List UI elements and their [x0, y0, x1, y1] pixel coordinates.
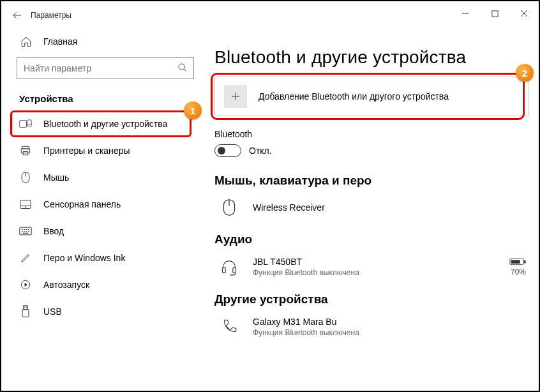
arrow-left-icon: [11, 10, 23, 21]
group-other-heading: Другие устройства: [214, 292, 529, 306]
sidebar-item-bluetooth[interactable]: 1 Bluetooth и другие устройства: [5, 110, 206, 137]
add-device-label: Добавление Bluetooth или другого устройс…: [259, 91, 449, 102]
sidebar-item-label: Принтеры и сканеры: [43, 146, 130, 156]
sidebar-item-label: USB: [43, 306, 62, 317]
device-row[interactable]: Galaxy M31 Mara Bu Функция Bluetooth вык…: [214, 313, 529, 337]
search-wrap: [17, 57, 194, 79]
sidebar-home[interactable]: Главная: [5, 29, 206, 54]
page-title: Bluetooth и другие устройства: [214, 29, 529, 77]
svg-rect-9: [20, 227, 31, 235]
sidebar-nav: 1 Bluetooth и другие устройства Принтеры…: [5, 110, 206, 325]
svg-rect-2: [20, 121, 27, 128]
group-mouse-heading: Мышь, клавиатура и перо: [214, 174, 529, 188]
sidebar-item-label: Перо и Windows Ink: [43, 253, 125, 263]
phone-icon: [221, 319, 237, 335]
device-battery: 70%: [509, 257, 526, 276]
window-title: Параметры: [31, 11, 71, 20]
bluetooth-heading: Bluetooth: [214, 129, 529, 139]
sidebar-section-title: Устройства: [5, 88, 206, 110]
sidebar-item-touchpad[interactable]: Сенсорная панель: [5, 191, 206, 218]
back-button[interactable]: [6, 4, 28, 26]
sidebar-item-pen[interactable]: Перо и Windows Ink: [5, 245, 206, 271]
close-button[interactable]: [509, 1, 539, 26]
sidebar-item-label: Мышь: [43, 172, 69, 183]
sidebar-item-label: Сенсорная панель: [43, 199, 121, 209]
annotation-badge-2: 2: [516, 64, 534, 82]
minimize-button[interactable]: [451, 1, 480, 26]
devices-icon: [19, 119, 32, 129]
sidebar-item-usb[interactable]: USB: [5, 298, 206, 325]
device-status: Функция Bluetooth выключена: [253, 328, 359, 337]
bluetooth-toggle[interactable]: [214, 144, 241, 157]
sidebar-home-label: Главная: [43, 36, 77, 47]
keyboard-icon: [19, 227, 32, 236]
svg-rect-0: [491, 10, 497, 16]
svg-point-1: [179, 64, 184, 70]
battery-icon: [509, 257, 526, 266]
usb-icon: [21, 305, 30, 318]
svg-rect-17: [524, 260, 525, 263]
maximize-button[interactable]: [480, 1, 509, 26]
device-name: Galaxy M31 Mara Bu: [253, 317, 359, 327]
device-status: Функция Bluetooth выключена: [253, 268, 359, 277]
touchpad-icon: [20, 199, 31, 209]
svg-rect-18: [511, 260, 520, 264]
device-row[interactable]: JBL T450BT Функция Bluetooth выключена 7…: [214, 253, 529, 287]
bluetooth-block: Bluetooth Откл.: [214, 129, 529, 157]
main-content: Bluetooth и другие устройства 2 Добавлен…: [206, 29, 539, 391]
plus-icon: [224, 85, 247, 108]
bluetooth-state: Откл.: [249, 146, 272, 156]
settings-window: Параметры Главная Устройства 1 Blueto: [0, 0, 540, 392]
add-device-card-wrap: 2 Добавление Bluetooth или другого устро…: [214, 77, 529, 116]
svg-rect-3: [27, 120, 31, 126]
printer-icon: [20, 145, 31, 156]
add-device-button[interactable]: Добавление Bluetooth или другого устройс…: [214, 77, 529, 116]
home-icon: [20, 36, 32, 47]
svg-rect-4: [22, 146, 29, 149]
group-audio-heading: Аудио: [214, 232, 529, 246]
sidebar: Главная Устройства 1 Bluetooth и другие …: [1, 29, 206, 391]
autoplay-icon: [20, 279, 31, 290]
sidebar-item-label: Ввод: [43, 226, 64, 236]
device-row[interactable]: Wireless Receiver: [214, 194, 529, 227]
headset-icon: [220, 258, 238, 276]
sidebar-item-autoplay[interactable]: Автозапуск: [5, 271, 206, 298]
device-name: JBL T450BT: [253, 257, 359, 267]
svg-rect-12: [22, 310, 29, 317]
mouse-icon: [222, 198, 236, 217]
device-name: Wireless Receiver: [253, 202, 325, 213]
search-input[interactable]: [17, 57, 194, 79]
sidebar-item-label: Автозапуск: [43, 280, 89, 290]
search-icon: [177, 63, 188, 73]
sidebar-item-label: Bluetooth и другие устройства: [43, 119, 167, 129]
titlebar: Параметры: [1, 1, 539, 29]
window-controls: [451, 1, 539, 26]
sidebar-item-mouse[interactable]: Мышь: [5, 164, 206, 191]
pen-icon: [20, 252, 31, 264]
svg-rect-14: [223, 268, 226, 273]
sidebar-item-typing[interactable]: Ввод: [5, 218, 206, 245]
mouse-icon: [20, 171, 31, 184]
svg-rect-15: [233, 268, 236, 273]
sidebar-item-printers[interactable]: Принтеры и сканеры: [5, 137, 206, 164]
svg-rect-5: [21, 149, 30, 153]
svg-rect-11: [24, 306, 28, 310]
annotation-badge-1: 1: [184, 102, 202, 119]
